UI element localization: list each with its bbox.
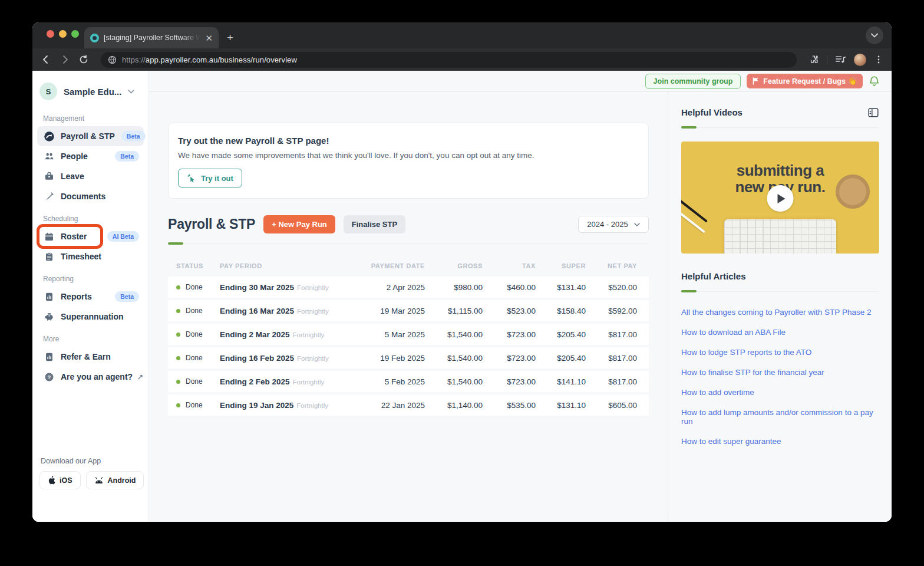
- sidebar-item-label: Superannuation: [61, 312, 139, 321]
- url-bar[interactable]: https://app.payroller.com.au/business/ru…: [101, 52, 797, 68]
- play-button-icon[interactable]: [767, 185, 794, 212]
- sidebar-item-superannuation[interactable]: Superannuation: [37, 307, 144, 327]
- banner-body: We have made some improvements that we t…: [178, 151, 639, 160]
- new-pay-run-button[interactable]: + New Pay Run: [263, 215, 335, 233]
- sidebar-item-roster[interactable]: Roster AI Beta: [37, 226, 144, 246]
- sidebar-item-label: People: [61, 152, 108, 161]
- title-underline: [168, 242, 649, 245]
- profile-avatar[interactable]: [854, 54, 866, 66]
- table-row[interactable]: Done Ending 2 Feb 2025Fortnightly 5 Feb …: [168, 371, 649, 392]
- status-dot-icon: [176, 356, 180, 360]
- tab-title: [staging] Payroller Software W: [104, 34, 200, 42]
- help-panel: Helpful Videos submitting a new pay run.: [668, 92, 892, 522]
- browser-tab[interactable]: [staging] Payroller Software W ✕: [84, 27, 219, 48]
- status-label: Done: [186, 377, 203, 386]
- sidebar-item-people[interactable]: People Beta: [37, 146, 144, 166]
- sidebar-item-payroll-stp[interactable]: Payroll & STP Beta: [37, 126, 144, 146]
- account-switcher[interactable]: S Sample Edu...: [37, 83, 144, 100]
- back-icon[interactable]: [41, 54, 51, 65]
- payroller-app: S Sample Edu... Management Payroll & STP…: [32, 71, 892, 522]
- sidebar-item-label: Payroll & STP: [61, 131, 115, 141]
- table-row[interactable]: Done Ending 16 Mar 2025Fortnightly 19 Ma…: [168, 300, 649, 321]
- video-thumbnail[interactable]: submitting a new pay run.: [681, 142, 879, 254]
- maximize-window-button[interactable]: [71, 30, 79, 38]
- page-title: Payroll & STP: [168, 216, 255, 232]
- browser-titlebar: [staging] Payroller Software W ✕ +: [32, 22, 892, 48]
- frequency: Fortnightly: [297, 308, 329, 315]
- toolbar-separator: [827, 55, 827, 65]
- articles-list: All the changes coming to Payroller with…: [681, 308, 879, 446]
- table-row[interactable]: Done Ending 2 Mar 2025Fortnightly 5 Mar …: [168, 324, 649, 345]
- tax: $523.00: [483, 307, 536, 315]
- pay-period: Ending 16 Feb 2025: [220, 354, 294, 363]
- site-info-globe-icon[interactable]: [108, 55, 117, 64]
- ai-beta-badge: AI Beta: [107, 231, 139, 242]
- article-link[interactable]: How to add lump amounts and/or commissio…: [681, 408, 879, 426]
- super: $131.10: [536, 401, 586, 410]
- tax: $460.00: [483, 283, 536, 292]
- article-link[interactable]: How to finalise STP for the financial ye…: [681, 368, 879, 377]
- svg-text:?: ?: [48, 374, 51, 380]
- finalise-stp-button[interactable]: Finalise STP: [344, 215, 405, 233]
- android-download-button[interactable]: Android: [86, 471, 144, 489]
- sidebar-item-label: Roster: [61, 232, 101, 241]
- table-row[interactable]: Done Ending 16 Feb 2025Fortnightly 19 Fe…: [168, 347, 649, 368]
- extensions-puzzle-icon[interactable]: [808, 54, 819, 65]
- article-link[interactable]: How to lodge STP reports to the ATO: [681, 348, 879, 357]
- financial-year-select[interactable]: 2024 - 2025: [578, 216, 649, 233]
- join-community-button[interactable]: Join community group: [645, 74, 741, 89]
- try-it-out-button[interactable]: Try it out: [178, 169, 242, 187]
- browser-menu-icon[interactable]: [874, 55, 883, 64]
- article-link[interactable]: All the changes coming to Payroller with…: [681, 308, 879, 317]
- beta-badge: Beta: [115, 151, 139, 162]
- feature-request-label: Feature Request / Bugs 👋: [763, 77, 857, 85]
- forward-icon[interactable]: [60, 54, 70, 65]
- sidebar-item-timesheet[interactable]: Timesheet: [37, 246, 144, 266]
- status-dot-icon: [176, 403, 180, 407]
- report-chart-icon: [44, 292, 54, 302]
- ios-label: iOS: [60, 476, 72, 485]
- net-pay: $817.00: [586, 377, 649, 386]
- sidebar-item-leave[interactable]: Leave: [37, 166, 144, 186]
- status-label: Done: [186, 354, 203, 362]
- sidebar-item-agent[interactable]: ? Are you an agent? ↗: [37, 367, 144, 387]
- status-dot-icon: [176, 285, 180, 289]
- ios-download-button[interactable]: iOS: [39, 471, 81, 489]
- pay-period: Ending 16 Mar 2025: [220, 307, 294, 315]
- beta-badge: Beta: [121, 131, 146, 142]
- net-pay: $605.00: [586, 401, 649, 410]
- sidebar-item-label: Reports: [61, 292, 108, 301]
- coaster-decoration: [836, 175, 870, 209]
- sidebar-item-reports[interactable]: Reports Beta: [37, 287, 144, 307]
- super: $141.10: [536, 377, 586, 386]
- new-tab-button[interactable]: +: [227, 31, 233, 44]
- sidebar-item-refer-earn[interactable]: Refer & Earn: [37, 347, 144, 367]
- super: $131.40: [536, 283, 586, 292]
- refresh-icon[interactable]: [78, 54, 89, 65]
- status-label: Done: [186, 330, 203, 338]
- col-gross: GROSS: [425, 262, 483, 269]
- payment-date: 2 Apr 2025: [348, 283, 425, 292]
- tax: $723.00: [483, 330, 536, 339]
- notifications-bell-icon[interactable]: [869, 75, 880, 87]
- col-status: STATUS: [168, 262, 220, 269]
- clipboard-icon: [44, 252, 54, 262]
- minimize-window-button[interactable]: [59, 30, 67, 38]
- main-content: Try out the new Payroll & STP page! We h…: [149, 92, 668, 522]
- table-row[interactable]: Done Ending 19 Jan 2025Fortnightly 22 Ja…: [168, 394, 649, 416]
- status-dot-icon: [176, 380, 180, 384]
- status-dot-icon: [176, 333, 180, 337]
- article-link[interactable]: How to add overtime: [681, 388, 879, 397]
- sidebar-item-documents[interactable]: Documents: [37, 186, 144, 206]
- net-pay: $520.00: [586, 283, 649, 292]
- article-link[interactable]: How to download an ABA File: [681, 328, 879, 337]
- feature-request-button[interactable]: Feature Request / Bugs 👋: [747, 74, 863, 88]
- article-link[interactable]: How to edit super guarantee: [681, 437, 879, 446]
- close-window-button[interactable]: [47, 30, 54, 38]
- tab-close-icon[interactable]: ✕: [205, 34, 213, 42]
- collapse-panel-icon[interactable]: [868, 108, 879, 117]
- col-super: SUPER: [536, 262, 586, 269]
- tab-list-chevron-button[interactable]: [866, 27, 883, 44]
- table-row[interactable]: Done Ending 30 Mar 2025Fortnightly 2 Apr…: [168, 277, 649, 298]
- media-controls-icon[interactable]: [835, 54, 846, 65]
